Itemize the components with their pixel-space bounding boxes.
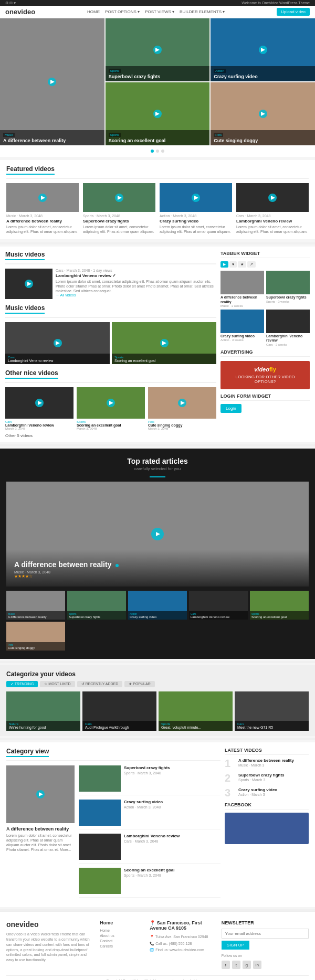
- footer-link-about[interactable]: About us: [100, 934, 143, 938]
- top-rated-thumb-0[interactable]: Music A difference between reality: [6, 591, 65, 620]
- sidebar-vid-3[interactable]: Lamborghini Veneno review Cars · 3 weeks: [266, 310, 310, 346]
- nav-builder[interactable]: BUILDER ELEMENTS ▾: [180, 9, 225, 14]
- tab-play[interactable]: ▶: [220, 261, 228, 268]
- play-btn-feat-3[interactable]: [268, 194, 277, 202]
- latest-item-1[interactable]: 2 Superbowl crazy fights Sports · March …: [225, 773, 309, 783]
- other-item-2[interactable]: Pets Cute singing doggy March 3, 2048: [148, 387, 216, 430]
- top-rated-thumb-1[interactable]: Sports Superbowl crazy fights: [67, 591, 126, 620]
- categorize-title: Categorize your videos: [6, 670, 309, 678]
- latest-item-0[interactable]: 1 A difference between reality Music · M…: [225, 758, 309, 769]
- featured-item-3[interactable]: Cars · March 3, 2048 Lamborghini Veneno …: [236, 183, 309, 234]
- play-music-btn[interactable]: [25, 280, 33, 288]
- hero-item-5[interactable]: Sports Scoring an excellent goal: [106, 82, 210, 145]
- sidebar-vid-0[interactable]: A difference between reality Music · 3 w…: [220, 271, 264, 307]
- hero-item-1[interactable]: Music A difference between reality: [0, 18, 104, 145]
- play-button-5[interactable]: [153, 110, 162, 118]
- hero-item-2[interactable]: Sports Superbowl crazy fights: [106, 18, 210, 81]
- cat-view-item-2[interactable]: Lamborghini Veneno review Cars · March 3…: [79, 834, 220, 864]
- play-other-0[interactable]: [35, 399, 44, 407]
- play-btn-feat-1[interactable]: [115, 194, 123, 202]
- top-thumb-caption-4: Sports Scoring an excellent goal: [250, 611, 309, 620]
- cat-view-thumb[interactable]: [6, 765, 75, 823]
- cat-view-item-1[interactable]: Crazy surfing video Action · March 3, 20…: [79, 800, 220, 829]
- featured-item-2[interactable]: Action · March 3, 2048 Crazy surfing vid…: [160, 183, 232, 234]
- music-grid-item-0[interactable]: Cars Lamborghini Veneno review: [5, 322, 110, 364]
- sidebar-vid-1[interactable]: Superbowl crazy fights Sports · 3 weeks: [266, 271, 310, 307]
- top-thumb-2: Action Crazy surfing video: [128, 591, 187, 620]
- nav-post-options[interactable]: POST OPTIONS ▾: [105, 9, 140, 14]
- play-cat-main[interactable]: [36, 790, 45, 798]
- newsletter-input[interactable]: [222, 929, 309, 939]
- featured-item-0[interactable]: Music · March 3, 2048 A difference betwe…: [6, 183, 79, 234]
- read-more-link[interactable]: → All videos: [56, 293, 216, 297]
- cat-tab-trending[interactable]: ✓ TRENDING: [6, 681, 38, 687]
- play-btn-feat-2[interactable]: [192, 194, 200, 202]
- other-5-videos[interactable]: Other 5 videos: [5, 433, 216, 438]
- top-rated-main[interactable]: A difference between reality Music · Mar…: [6, 482, 309, 587]
- top-rated-thumb-3[interactable]: Cars Lamborghini Veneno review: [189, 591, 248, 620]
- top-rated-thumb-4[interactable]: Sports Scoring an excellent goal: [250, 591, 309, 620]
- cat-tab-liked[interactable]: ☆ MOST LIKED: [40, 681, 75, 687]
- footer-link-careers[interactable]: Careers: [100, 944, 143, 948]
- featured-item-1[interactable]: Sports · March 3, 2048 Superbowl crazy f…: [83, 183, 155, 234]
- twitter-icon[interactable]: t: [232, 961, 240, 969]
- cat-tab-recent[interactable]: ↺ RECENTLY ADDED: [77, 681, 123, 687]
- cat-view-item-info-1: Crazy surfing video Action · March 3, 20…: [124, 800, 163, 826]
- play-button-6[interactable]: [259, 110, 267, 118]
- play-grid-1[interactable]: [160, 339, 169, 347]
- other-thumb-2: [148, 387, 216, 419]
- play-button-1[interactable]: [48, 78, 56, 86]
- dot-1[interactable]: [151, 150, 154, 153]
- cat-item-3[interactable]: Cars Meet the new G71 R5: [235, 691, 309, 731]
- top-bar-text: Welcome to OneVideo WordPress Theme: [242, 1, 310, 5]
- play-btn-feat-0[interactable]: [38, 194, 47, 202]
- cat-view-item-3[interactable]: Scoring an excellent goal Sports · March…: [79, 868, 220, 898]
- music-list-item[interactable]: Cars · March 3, 2048 · 1 day views Lambo…: [5, 269, 216, 299]
- other-item-0[interactable]: Cars Lamborghini Veneno review March 3, …: [5, 387, 74, 430]
- dot-3[interactable]: [161, 150, 164, 153]
- music-grid: Cars Lamborghini Veneno review Sports Sc…: [5, 322, 216, 364]
- play-button-2[interactable]: [153, 46, 162, 54]
- hero-item-3[interactable]: Action Crazy surfing video: [211, 18, 315, 81]
- play-other-2[interactable]: [178, 399, 186, 407]
- hero-caption-5: Sports Scoring an excellent goal: [106, 130, 210, 145]
- tab-share[interactable]: ↗: [247, 261, 256, 268]
- hero-item-6[interactable]: Pets Cute singing doggy: [211, 82, 315, 145]
- cat-tab-popular[interactable]: ★ POPULAR: [124, 681, 154, 687]
- top-rated-thumb-2[interactable]: Action Crazy surfing video: [128, 591, 187, 620]
- play-top-rated-main[interactable]: [151, 528, 164, 540]
- latest-item-2[interactable]: 3 Crazy surfing video Action · March 3: [225, 787, 309, 798]
- sidebar-vid-title-1: Superbowl crazy fights: [266, 295, 310, 300]
- sidebar-vid-2[interactable]: Crazy surfing video Action · 3 weeks: [220, 310, 264, 346]
- play-button-3[interactable]: [259, 46, 267, 54]
- ad-box[interactable]: videofly LOOKING FOR OTHER VIDEO OPTIONS…: [220, 361, 310, 389]
- tab-heart[interactable]: ♥: [229, 261, 237, 268]
- dot-2[interactable]: [156, 150, 159, 153]
- footer-link-contact[interactable]: Contact: [100, 939, 143, 943]
- nav-home[interactable]: HOME: [87, 9, 100, 14]
- top-rated-thumb-5[interactable]: Pets Cute singing doggy: [6, 622, 65, 651]
- play-grid-0[interactable]: [54, 339, 62, 347]
- music-title: Lamborghini Veneno review ✓: [56, 273, 216, 278]
- login-button[interactable]: Login: [220, 404, 242, 413]
- facebook-icon[interactable]: f: [222, 961, 230, 969]
- cat-view-item-0[interactable]: Superbowl crazy fights Sports · March 3,…: [79, 765, 220, 795]
- nav-post-views[interactable]: POST VIEWS ▾: [145, 9, 174, 14]
- footer-address-title: 📍 San Francisco, First Avenue CA 9105: [150, 920, 215, 931]
- footer-link-home[interactable]: Home: [100, 929, 143, 932]
- cat-item-0[interactable]: Nature We're hunting for good: [6, 691, 80, 731]
- linkedin-icon[interactable]: in: [253, 961, 261, 969]
- play-other-1[interactable]: [107, 399, 115, 407]
- cat-item-1[interactable]: Cars Audi Prologue walkthrough: [82, 691, 156, 731]
- cat-view-item-info-3: Scoring an excellent goal Sports · March…: [124, 868, 174, 894]
- other-item-1[interactable]: Sports Scoring an excellent goal March 3…: [77, 387, 145, 430]
- cat-item-2[interactable]: Sports Great, voluptuti minute...: [159, 691, 233, 731]
- follow-label: Follow us on: [222, 954, 309, 957]
- music-grid-item-1[interactable]: Sports Scoring an excellent goal: [112, 322, 216, 364]
- google-icon[interactable]: g: [243, 961, 251, 969]
- upload-video-button[interactable]: Upload video: [277, 8, 310, 16]
- music-grid-caption-1: Sports Scoring an excellent goal: [112, 354, 216, 364]
- newsletter-button[interactable]: SIGN UP: [222, 941, 249, 950]
- tab-star[interactable]: ★: [238, 261, 246, 268]
- cat-view-thumb-0: [79, 765, 121, 792]
